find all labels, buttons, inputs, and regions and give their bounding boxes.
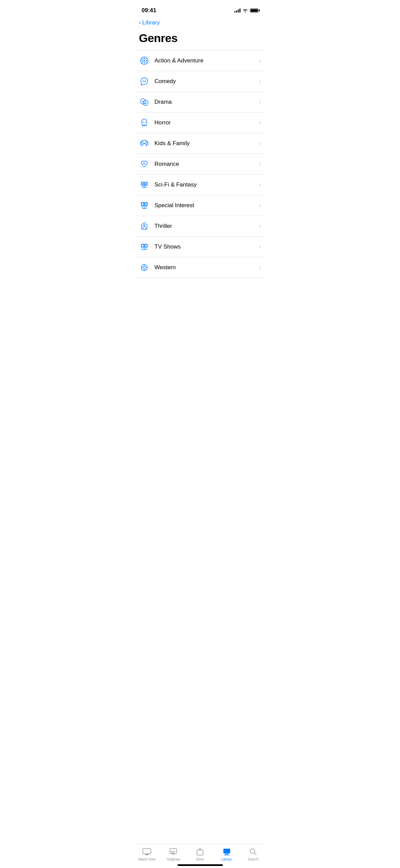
chevron-icon: › (259, 161, 261, 167)
svg-point-14 (147, 142, 148, 143)
genre-item-romance[interactable]: Romance › (133, 154, 267, 175)
genre-label-western: Western (154, 264, 259, 271)
chevron-icon: › (259, 120, 261, 126)
chevron-icon: › (259, 244, 261, 250)
genre-item-thriller[interactable]: Thriller › (133, 216, 267, 237)
svg-rect-16 (142, 183, 143, 185)
status-bar: 09:41 (133, 0, 267, 16)
genre-label-kids-family: Kids & Family (154, 140, 259, 147)
genre-item-western[interactable]: Western › (133, 257, 267, 278)
status-icons (234, 8, 258, 13)
svg-point-9 (146, 102, 147, 103)
genre-item-comedy[interactable]: Comedy › (133, 71, 267, 92)
genre-item-tv-shows[interactable]: TV Shows › (133, 237, 267, 257)
chevron-icon: › (259, 78, 261, 84)
romance-icon (139, 159, 150, 170)
chevron-icon: › (259, 182, 261, 188)
comedy-icon (139, 76, 150, 87)
genre-label-scifi-fantasy: Sci-Fi & Fantasy (154, 181, 259, 188)
genre-label-tv-shows: TV Shows (154, 243, 259, 250)
svg-rect-29 (145, 244, 147, 247)
genre-label-action-adventure: Action & Adventure (154, 57, 259, 64)
genre-item-special-interest[interactable]: Special Interest › (133, 195, 267, 216)
signal-icon (234, 8, 240, 13)
genre-item-kids-family[interactable]: Kids & Family › (133, 133, 267, 154)
svg-point-10 (143, 121, 144, 122)
svg-point-7 (143, 100, 148, 105)
page-title: Genres (133, 29, 267, 50)
chevron-icon: › (259, 140, 261, 146)
chevron-icon: › (259, 223, 261, 229)
chevron-icon: › (259, 99, 261, 105)
svg-rect-18 (145, 183, 147, 185)
svg-point-25 (144, 224, 145, 226)
svg-point-12 (143, 140, 146, 143)
horror-icon (139, 117, 150, 128)
genre-label-comedy: Comedy (154, 78, 259, 85)
svg-point-3 (145, 80, 146, 81)
back-label: Library (142, 19, 160, 26)
genre-item-action-adventure[interactable]: Action & Adventure › (133, 51, 267, 71)
svg-point-11 (145, 121, 146, 122)
tv-shows-icon (139, 241, 150, 252)
drama-icon (139, 97, 150, 107)
action-adventure-icon (139, 55, 150, 66)
svg-point-5 (142, 101, 143, 101)
svg-point-8 (145, 102, 146, 103)
genre-item-horror[interactable]: Horror › (133, 113, 267, 133)
chevron-icon: › (259, 202, 261, 209)
genre-item-drama[interactable]: Drama › (133, 92, 267, 113)
chevron-icon: › (259, 58, 261, 64)
kids-family-icon (139, 138, 150, 149)
svg-point-4 (141, 99, 145, 104)
wifi-icon (243, 8, 248, 13)
back-chevron-icon: ‹ (139, 19, 141, 26)
genre-label-special-interest: Special Interest (154, 202, 259, 209)
status-time: 09:41 (142, 7, 156, 14)
back-button[interactable]: ‹ Library (133, 16, 267, 29)
genre-list: Action & Adventure › Comedy › (133, 50, 267, 278)
genre-label-drama: Drama (154, 99, 259, 105)
svg-point-32 (143, 266, 146, 269)
chevron-icon: › (259, 264, 261, 271)
special-interest-icon (139, 200, 150, 211)
svg-point-2 (143, 80, 144, 81)
svg-point-13 (141, 142, 142, 143)
battery-icon (250, 8, 258, 13)
genre-item-scifi-fantasy[interactable]: Sci-Fi & Fantasy › (133, 175, 267, 195)
genre-label-romance: Romance (154, 161, 259, 167)
svg-rect-27 (142, 244, 144, 247)
svg-rect-23 (145, 203, 147, 205)
genre-label-horror: Horror (154, 119, 259, 126)
svg-rect-21 (142, 203, 144, 205)
scifi-fantasy-icon (139, 179, 150, 190)
svg-point-1 (144, 60, 145, 61)
western-icon (139, 262, 150, 273)
genre-label-thriller: Thriller (154, 223, 259, 230)
thriller-icon (139, 221, 150, 232)
